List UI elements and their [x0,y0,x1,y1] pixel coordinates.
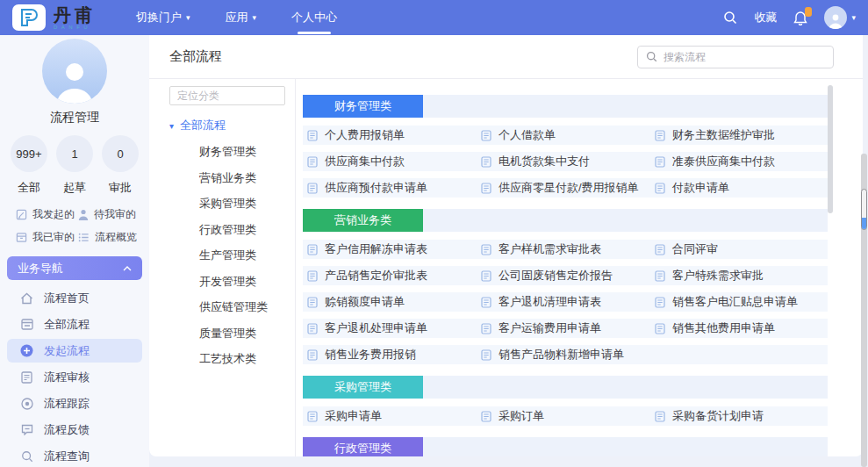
process-item-label: 赊销额度申请单 [325,294,405,310]
quick-link-process-overview[interactable]: 流程概览 [78,230,140,245]
tree-category-item[interactable]: 质量管理类 [199,326,284,341]
process-row: 供应商集中付款电机货款集中支付准泰供应商集中付款 [303,152,828,171]
page-header: 全部流程 [149,35,863,79]
process-item[interactable]: 采购备货计划申请 [655,408,828,424]
stat-label: 起草 [63,180,86,196]
process-item-label: 客户信用解冻申请表 [325,241,427,257]
nav-menu-switch-portal[interactable]: 切换门户▾ [136,10,190,25]
tree-category-item[interactable]: 供应链管理类 [199,299,284,315]
process-item[interactable]: 销售其他费用申请单 [655,320,828,336]
section-tag-procurement[interactable]: 采购管理类 [303,376,423,399]
search-input[interactable] [664,51,825,63]
process-item[interactable]: 个人借款单 [481,127,655,143]
section-tag-administration[interactable]: 行政管理类 [303,437,423,456]
process-item-label: 公司固废销售定价报告 [499,268,613,284]
process-row: 客户退机处理申请单客户运输费用申请单销售其他费用申请单 [303,319,828,338]
tree-expand-caret-icon[interactable]: ▾ [169,121,174,131]
process-item[interactable]: 付款申请单 [655,180,828,196]
process-item[interactable]: 销售业务费用报销 [307,347,481,363]
tree-root-all-processes[interactable]: ▾ 全部流程 [169,118,284,133]
process-item[interactable]: 供应商集中付款 [307,154,481,169]
nav-menu-apps[interactable]: 应用▾ [226,10,257,25]
person-icon [78,209,89,220]
business-nav-label: 业务导航 [18,261,63,277]
tree-category-item[interactable]: 工艺技术类 [199,351,284,367]
process-item[interactable]: 客户样机需求审批表 [481,241,655,257]
sidebar-item-all-processes[interactable]: 全部流程 [7,313,142,336]
profile-avatar[interactable] [42,39,107,104]
tree-category-item[interactable]: 生产管理类 [199,248,284,263]
process-item-label: 供应商零星付款/费用报销单 [499,180,639,196]
process-item[interactable]: 公司固废销售定价报告 [481,268,655,284]
section-tag-marketing[interactable]: 营销业务类 [303,209,423,232]
main-content-card: 全部流程 ▾ 全部流程 财务管理类营销业务类采购管理类行政管理类生产管理类开发管… [149,35,863,456]
process-list-panel: 财务管理类个人费用报销单个人借款单财务主数据维护审批供应商集中付款电机货款集中支… [296,79,863,456]
process-item[interactable]: 个人费用报销单 [307,127,481,143]
process-item[interactable]: 电机货款集中支付 [481,154,655,169]
panel-scrollbar[interactable] [828,85,833,213]
business-nav-header[interactable]: 业务导航 [7,256,142,280]
section-tag-finance[interactable]: 财务管理类 [303,95,423,118]
tree-category-item[interactable]: 行政管理类 [199,222,284,238]
process-item[interactable]: 销售产品物料新增申请单 [481,347,828,363]
quick-link-label: 我已审的 [32,230,75,245]
process-item[interactable]: 供应商零星付款/费用报销单 [481,180,655,196]
notification-badge [805,7,812,17]
sidebar-item-process-query[interactable]: 流程查询 [7,444,142,467]
process-section-finance: 财务管理类个人费用报销单个人借款单财务主数据维护审批供应商集中付款电机货款集中支… [303,95,828,198]
quick-link-pending-my-review[interactable]: 待我审的 [78,207,140,222]
favorites-button[interactable]: 收藏 [754,10,777,25]
process-item[interactable]: 合同评审 [655,241,828,257]
stat-value[interactable]: 999+ [11,135,47,172]
sidebar-item-process-audit[interactable]: 流程审核 [7,365,142,389]
process-search-box[interactable] [637,46,834,68]
doc-form-icon [307,323,318,334]
doc-form-icon [481,270,491,282]
stat-value[interactable]: 1 [56,135,93,172]
sidebar-item-label: 全部流程 [44,317,90,333]
process-item[interactable]: 客户信用解冻申请表 [307,241,481,257]
process-item[interactable]: 准泰供应商集中付款 [655,154,828,169]
sidebar-item-start-process[interactable]: 发起流程 [7,339,142,363]
tree-category-item[interactable]: 开发管理类 [199,274,284,290]
scrollbar-accent [862,218,866,229]
process-item[interactable]: 产品销售定价审批表 [307,268,481,284]
process-item[interactable]: 赊销额度申请单 [307,294,481,310]
window-scrollbar-thumb[interactable] [861,189,867,230]
nav-menu-personal-center[interactable]: 个人中心 [291,10,337,25]
process-item[interactable]: 客户退机处理申请单 [307,320,481,336]
left-sidebar: 流程管理 999+全部1起草0审批 我发起的待我审的我已审的流程概览 业务导航 … [0,35,149,467]
avatar-caret-icon: ▾ [851,13,856,22]
edit-doc-icon [16,209,27,220]
window-scrollbar-track[interactable] [861,154,867,467]
tree-category-item[interactable]: 营销业务类 [199,170,284,186]
search-icon[interactable] [723,11,737,25]
user-avatar[interactable]: ▾ [824,6,856,29]
doc-form-icon [655,244,665,255]
process-section-marketing: 营销业务类客户信用解冻申请表客户样机需求审批表合同评审产品销售定价审批表公司固废… [303,209,828,364]
brand-logo-icon[interactable] [12,4,46,31]
quick-link-my-reviewed[interactable]: 我已审的 [16,230,78,245]
doc-form-icon [481,297,491,308]
sidebar-item-process-feedback[interactable]: 流程反馈 [7,418,142,442]
tree-category-item[interactable]: 采购管理类 [199,196,284,212]
process-item-label: 销售业务费用报销 [325,347,416,363]
process-item[interactable]: 客户退机清理申请表 [481,294,655,310]
process-item[interactable]: 客户特殊需求审批 [655,268,828,284]
stat-value[interactable]: 0 [102,135,139,172]
doc-form-icon [481,156,491,168]
tree-category-item[interactable]: 财务管理类 [199,144,284,160]
process-item[interactable]: 采购申请单 [307,408,481,424]
process-item[interactable]: 客户运输费用申请单 [481,320,655,336]
process-item[interactable]: 销售客户电汇贴息申请单 [655,294,828,310]
quick-link-my-initiated[interactable]: 我发起的 [16,207,78,222]
sidebar-item-process-tracking[interactable]: 流程跟踪 [7,392,142,415]
sidebar-item-process-home[interactable]: 流程首页 [7,286,142,310]
category-filter-input[interactable] [169,86,285,105]
bell-icon[interactable] [793,11,807,25]
process-item[interactable]: 财务主数据维护审批 [655,127,828,143]
doc-form-icon [481,244,491,255]
process-item[interactable]: 采购订单 [481,408,655,424]
doc-form-icon [481,411,491,422]
process-item[interactable]: 供应商预付款申请单 [307,180,481,196]
